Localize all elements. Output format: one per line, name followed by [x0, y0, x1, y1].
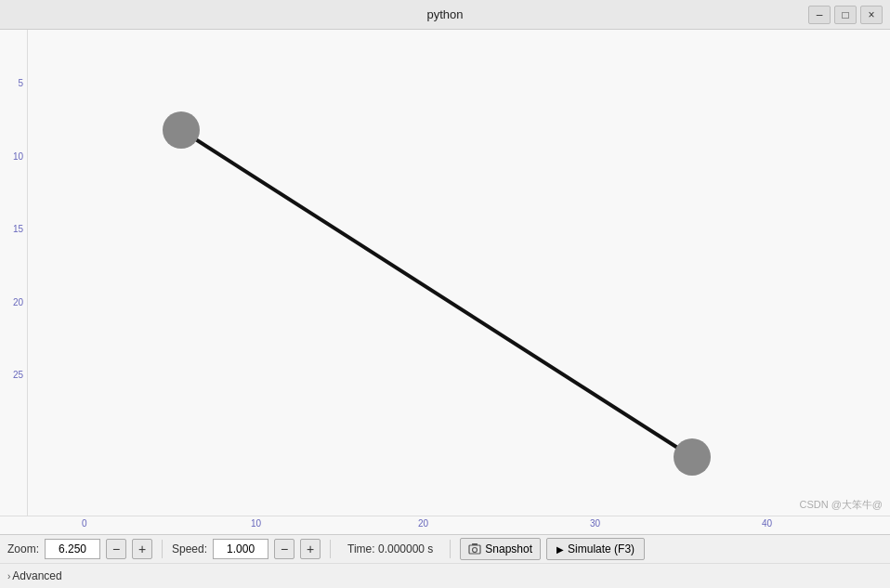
zoom-label: Zoom: — [7, 542, 39, 555]
maximize-button[interactable]: □ — [834, 6, 857, 24]
x-label-30: 30 — [590, 518, 600, 529]
title-bar: python – □ × — [0, 0, 890, 30]
snapshot-label: Snapshot — [485, 542, 532, 555]
bottom-toolbar: Zoom: − + Speed: − + Time: 0.000000 s Sn… — [0, 534, 890, 588]
snapshot-button[interactable]: Snapshot — [460, 538, 541, 560]
svg-rect-1 — [472, 543, 478, 545]
zoom-minus-button[interactable]: − — [106, 539, 126, 559]
y-label-10: 10 — [13, 151, 23, 162]
x-axis: 0 10 20 30 40 — [0, 516, 890, 534]
simulate-label: Simulate (F3) — [568, 542, 635, 555]
connection-line — [181, 130, 692, 457]
speed-plus-button[interactable]: + — [300, 539, 321, 559]
snapshot-icon — [468, 542, 481, 555]
advanced-link[interactable]: › Advanced — [7, 569, 62, 582]
time-display: Time: 0.000000 s — [347, 542, 433, 555]
x-label-20: 20 — [418, 518, 428, 529]
simulate-button[interactable]: ▶ Simulate (F3) — [546, 538, 645, 560]
window-title: python — [82, 7, 808, 21]
play-icon: ▶ — [556, 544, 564, 555]
speed-input[interactable] — [213, 539, 268, 559]
separator-3 — [450, 540, 451, 558]
watermark: CSDN @大笨牛@ — [799, 498, 883, 512]
separator-1 — [162, 540, 163, 558]
speed-minus-button[interactable]: − — [274, 539, 294, 559]
window-controls: – □ × — [808, 6, 883, 24]
toolbar-row: Zoom: − + Speed: − + Time: 0.000000 s Sn… — [0, 535, 890, 564]
advanced-label: Advanced — [12, 569, 61, 582]
chevron-right-icon: › — [7, 571, 10, 581]
y-label-15: 15 — [13, 224, 23, 234]
separator-2 — [330, 540, 331, 558]
y-label-20: 20 — [13, 297, 23, 307]
x-label-10: 10 — [251, 518, 261, 529]
y-label-25: 25 — [13, 370, 23, 380]
x-label-40: 40 — [762, 518, 772, 529]
zoom-input[interactable] — [45, 539, 100, 559]
y-axis: 5 10 15 20 25 — [0, 30, 28, 516]
x-label-0: 0 — [82, 518, 87, 529]
y-label-5: 5 — [18, 78, 23, 88]
simulation-svg — [28, 30, 890, 516]
close-button[interactable]: × — [860, 6, 883, 24]
speed-label: Speed: — [172, 542, 207, 555]
node-2[interactable] — [674, 438, 711, 476]
minimize-button[interactable]: – — [808, 6, 831, 24]
advanced-row: › Advanced — [0, 564, 890, 588]
simulation-canvas[interactable]: CSDN @大笨牛@ — [28, 30, 890, 516]
node-1[interactable] — [163, 111, 200, 149]
svg-point-2 — [473, 548, 478, 553]
zoom-plus-button[interactable]: + — [132, 539, 152, 559]
